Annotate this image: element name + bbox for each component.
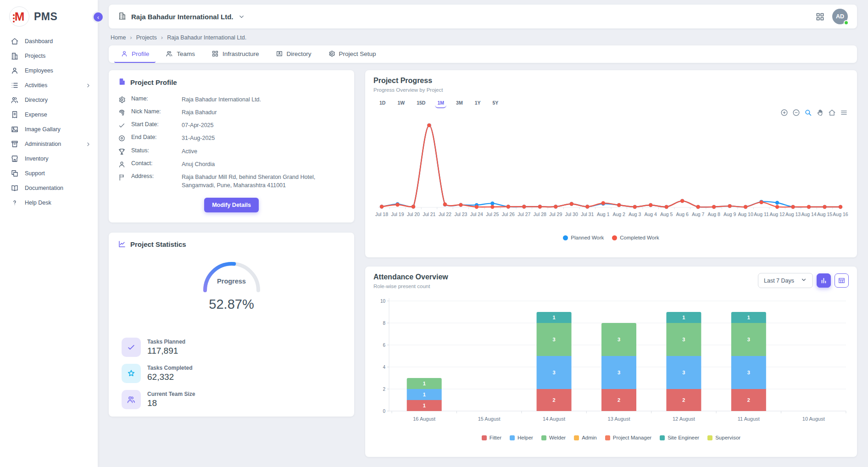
tab-infrastructure[interactable]: Infrastructure xyxy=(205,45,266,63)
sidebar-item-label: Administration xyxy=(25,141,61,147)
range-3m-button[interactable]: 3M xyxy=(454,99,465,108)
company-selector[interactable]: Raja Bahadur International Ltd. xyxy=(118,11,245,22)
zoom-out-icon[interactable] xyxy=(792,109,800,117)
person-icon xyxy=(118,161,126,168)
svg-text:Aug 5: Aug 5 xyxy=(660,211,673,217)
target-icon xyxy=(118,134,126,142)
field-label: Address: xyxy=(131,173,176,189)
legend-welder[interactable]: Welder xyxy=(541,435,566,440)
range-1y-button[interactable]: 1Y xyxy=(473,99,483,108)
building-icon xyxy=(11,52,19,60)
svg-text:0: 0 xyxy=(383,409,385,414)
legend-project-manager[interactable]: Project Manager xyxy=(605,435,651,440)
store-icon xyxy=(11,155,19,163)
svg-text:11 August: 11 August xyxy=(738,416,760,422)
tab-project-setup[interactable]: Project Setup xyxy=(322,45,383,63)
table-view-button[interactable] xyxy=(835,273,849,288)
sidebar-item-employees[interactable]: Employees xyxy=(0,63,98,78)
line-chart-legend: Planned WorkCompleted Work xyxy=(373,235,849,242)
attendance-chart[interactable]: 024681011116 August15 August233114 Augus… xyxy=(373,294,849,433)
sidebar-item-label: Directory xyxy=(25,97,48,103)
sidebar-item-label: Documentation xyxy=(25,185,63,191)
company-name: Raja Bahadur International Ltd. xyxy=(131,13,234,21)
tab-teams[interactable]: Teams xyxy=(159,45,201,63)
profile-field-address: Address: Raja Bahadur Mill Rd, behind Sh… xyxy=(118,173,345,189)
sidebar-item-documentation[interactable]: Documentation xyxy=(0,181,98,195)
sidebar-item-dashboard[interactable]: Dashboard xyxy=(0,34,98,49)
sidebar-item-label: Dashboard xyxy=(25,38,53,44)
selection-zoom-icon[interactable] xyxy=(804,109,812,117)
sidebar-item-inventory[interactable]: Inventory xyxy=(0,151,98,166)
project-statistics-card: Project Statistics Progress 52.87% Tasks… xyxy=(109,233,354,417)
range-1m-button[interactable]: 1M xyxy=(435,99,446,108)
project-statistics-title: Project Statistics xyxy=(130,240,186,248)
svg-text:Aug 11: Aug 11 xyxy=(754,211,769,217)
sidebar-item-support[interactable]: Support xyxy=(0,166,98,181)
legend-dot xyxy=(563,235,568,240)
sidebar-item-activities[interactable]: Activities xyxy=(0,78,98,93)
chart-toolbar xyxy=(780,109,848,117)
sidebar-item-expense[interactable]: Expense xyxy=(0,107,98,122)
svg-text:Aug 7: Aug 7 xyxy=(692,211,705,217)
svg-text:1: 1 xyxy=(423,403,426,408)
legend-square xyxy=(574,435,579,440)
sidebar-item-administration[interactable]: Administration xyxy=(0,137,98,151)
legend-site-engineer[interactable]: Site Engineer xyxy=(660,435,699,440)
svg-text:3: 3 xyxy=(553,337,556,342)
avatar[interactable]: AD xyxy=(832,9,848,24)
range-5y-button[interactable]: 5Y xyxy=(490,99,501,108)
sidebar-collapse-button[interactable]: ‹ xyxy=(92,11,104,23)
svg-text:3: 3 xyxy=(682,370,685,375)
content-grid: Project Profile Name: Raja Bahadur Inter… xyxy=(109,70,857,467)
profile-field-name: Name: Raja Bahadur International Ltd. xyxy=(118,95,345,104)
sidebar-item-directory[interactable]: Directory xyxy=(0,93,98,107)
sidebar-item-projects[interactable]: Projects xyxy=(0,49,98,63)
profile-field-nick-name: Nick Name: Raja Bahadur xyxy=(118,108,345,117)
stat-value: 117,891 xyxy=(147,346,185,356)
sidebar-item-image-gallary[interactable]: Image Gallary xyxy=(0,122,98,137)
breadcrumb-home[interactable]: Home xyxy=(111,34,126,41)
breadcrumb-projects[interactable]: Projects xyxy=(136,34,157,41)
svg-text:2: 2 xyxy=(618,397,620,403)
legend-helper[interactable]: Helper xyxy=(510,435,533,440)
svg-text:Aug 10: Aug 10 xyxy=(738,211,753,217)
range-1d-button[interactable]: 1D xyxy=(377,99,388,108)
project-progress-chart[interactable]: Jul 18Jul 19Jul 20Jul 21Jul 22Jul 23Jul … xyxy=(373,116,849,233)
range-1w-button[interactable]: 1W xyxy=(395,99,407,108)
project-progress-title: Project Progress xyxy=(373,77,432,85)
stat-label: Tasks Completed xyxy=(147,365,192,371)
card-icon xyxy=(276,50,283,57)
menu-icon[interactable] xyxy=(840,109,848,117)
range-select[interactable]: Last 7 Days xyxy=(758,273,813,288)
bar-chart-view-button[interactable] xyxy=(817,273,831,288)
modify-details-button[interactable]: Modify Details xyxy=(204,198,259,212)
home-icon[interactable] xyxy=(828,109,836,117)
svg-text:3: 3 xyxy=(682,337,685,342)
breadcrumb-separator: › xyxy=(130,34,132,41)
stat-current-team-size: Current Team Size 18 xyxy=(118,390,345,409)
apps-grid-button[interactable] xyxy=(815,12,825,22)
app-logo[interactable]: M PMS xyxy=(0,5,98,34)
svg-text:2: 2 xyxy=(682,397,685,403)
svg-text:1: 1 xyxy=(423,392,426,397)
legend-planned-work[interactable]: Planned Work xyxy=(563,235,604,240)
legend-completed-work[interactable]: Completed Work xyxy=(612,235,659,240)
legend-fitter[interactable]: Fitter xyxy=(482,435,501,440)
attendance-subtitle: Role-wise present count xyxy=(373,284,448,289)
zoom-in-icon[interactable] xyxy=(780,109,788,117)
tab-profile[interactable]: Profile xyxy=(114,45,156,63)
svg-text:Jul 29: Jul 29 xyxy=(549,211,562,217)
svg-text:Aug 15: Aug 15 xyxy=(817,211,832,217)
pan-icon[interactable] xyxy=(816,109,824,117)
fingerprint-icon xyxy=(118,109,126,117)
sidebar-item-help-desk[interactable]: Help Desk xyxy=(0,195,98,210)
range-15d-button[interactable]: 15D xyxy=(414,99,428,108)
legend-square xyxy=(510,435,515,440)
legend-square xyxy=(707,435,712,440)
legend-admin[interactable]: Admin xyxy=(574,435,597,440)
svg-text:1: 1 xyxy=(423,381,426,386)
legend-supervisor[interactable]: Supervisor xyxy=(707,435,740,440)
left-column: Project Profile Name: Raja Bahadur Inter… xyxy=(109,70,354,417)
svg-text:16 August: 16 August xyxy=(413,416,435,422)
tab-directory[interactable]: Directory xyxy=(269,45,318,63)
